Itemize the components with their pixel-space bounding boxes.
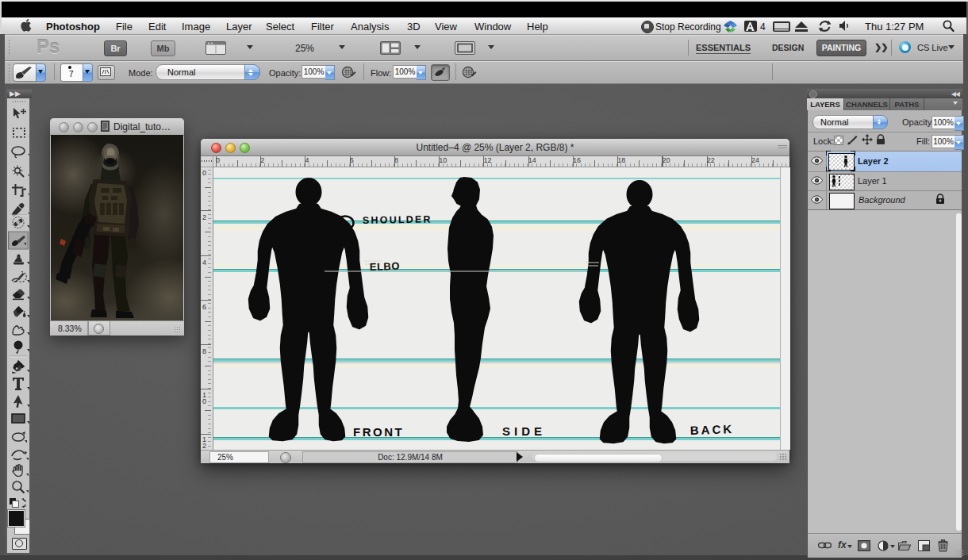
svg-text:SIDE: SIDE — [502, 424, 546, 438]
svg-text:ELBO: ELBO — [370, 260, 401, 273]
svg-text:FRONT: FRONT — [353, 425, 404, 439]
svg-text:SHOULDER: SHOULDER — [363, 213, 432, 226]
svg-text:BACK: BACK — [690, 422, 735, 437]
